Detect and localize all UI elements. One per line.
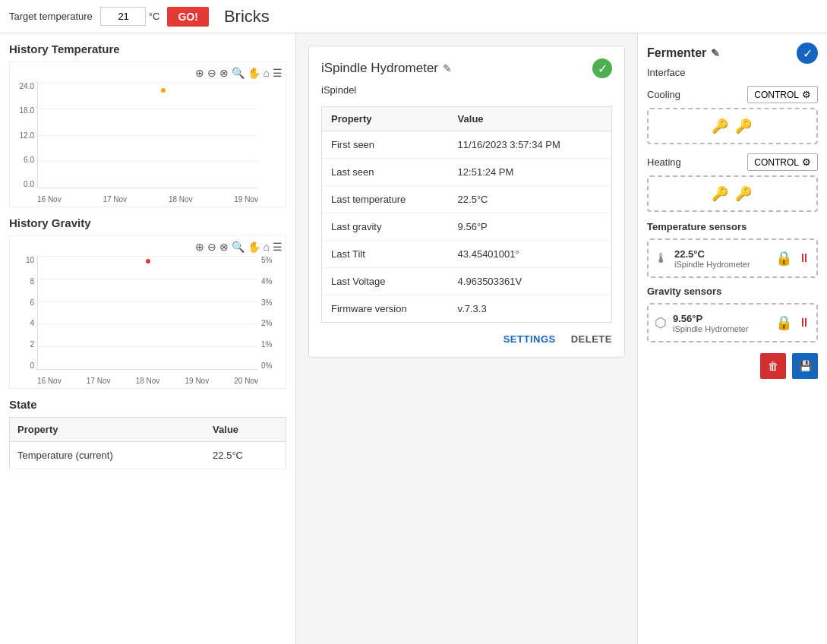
save-icon: 💾 bbox=[799, 360, 812, 372]
table-row: Last gravity 9.56°P bbox=[322, 213, 612, 241]
ispindle-title: iSpindle Hydrometer ✎ bbox=[321, 61, 452, 76]
col-value: Value bbox=[449, 107, 612, 131]
edit-icon[interactable]: ✎ bbox=[443, 62, 452, 74]
search-icon[interactable]: 🔍 bbox=[232, 67, 245, 79]
fermenter-title: Fermenter ✎ bbox=[647, 46, 720, 60]
ispindle-header: iSpindle Hydrometer ✎ ✓ bbox=[321, 58, 612, 78]
delete-button[interactable]: DELETE bbox=[571, 333, 612, 345]
val-first-seen: 11/16/2023 3:57:34 PM bbox=[449, 131, 612, 159]
settings-button[interactable]: SETTINGS bbox=[503, 333, 556, 345]
col-property: Property bbox=[322, 107, 449, 131]
gravity-sensor-value: 9.56°P bbox=[673, 313, 769, 324]
table-row: Last seen 12:51:24 PM bbox=[322, 159, 612, 186]
target-temp-input[interactable] bbox=[100, 7, 146, 26]
fermenter-header: Fermenter ✎ ✓ bbox=[647, 43, 818, 64]
gravity-sensor-delete-icon[interactable]: ⏸ bbox=[798, 316, 810, 330]
temp-sensor-info: 22.5°C iSpindle Hydrometer bbox=[674, 248, 769, 269]
cooling-row: Cooling CONTROL ⚙ bbox=[647, 86, 818, 103]
history-gravity-title: History Gravity bbox=[9, 216, 286, 229]
temp-sensors-title: Temperature sensors bbox=[647, 221, 818, 232]
gravity-sensor-name: iSpindle Hydrometer bbox=[673, 324, 769, 333]
zoom-in-icon2[interactable]: ⊕ bbox=[195, 241, 204, 253]
trash-icon: 🗑 bbox=[768, 360, 778, 372]
sliders-icon2: ⚙ bbox=[802, 156, 811, 168]
go-button[interactable]: GO! bbox=[167, 7, 208, 27]
heating-label: Heating bbox=[647, 156, 681, 168]
save-fermenter-button[interactable]: 💾 bbox=[792, 353, 818, 379]
menu-icon[interactable]: ☰ bbox=[273, 67, 283, 79]
left-panel: History Temperature ⊕ ⊖ ⊗ 🔍 ✋ ⌂ ☰ 24.0 1… bbox=[0, 33, 296, 644]
cooling-dashed-box: 🔑 🔑 bbox=[647, 108, 818, 144]
gravity-chart-area: 10 8 6 4 2 0 5% 4% 3% 2% 1% 0% bbox=[13, 256, 283, 385]
gravity-sensor-box: ⬡ 9.56°P iSpindle Hydrometer 🔒 ⏸ bbox=[647, 303, 818, 343]
history-temp-title: History Temperature bbox=[9, 43, 286, 55]
state-col-value: Value bbox=[205, 418, 286, 442]
temp-sensor-value: 22.5°C bbox=[674, 248, 769, 260]
prop-first-seen: First seen bbox=[322, 131, 449, 159]
thermometer-icon: 🌡 bbox=[655, 251, 668, 267]
home-icon[interactable]: ⌂ bbox=[264, 67, 270, 79]
chart-temp-toolbar: ⊕ ⊖ ⊗ 🔍 ✋ ⌂ ☰ bbox=[13, 67, 283, 79]
val-last-gravity: 9.56°P bbox=[449, 213, 612, 241]
zoom-out-icon[interactable]: ⊖ bbox=[207, 67, 216, 79]
history-temp-chart: ⊕ ⊖ ⊗ 🔍 ✋ ⌂ ☰ 24.0 18.0 12.0 6.0 0.0 bbox=[9, 62, 286, 207]
pan-icon2[interactable]: ✋ bbox=[248, 241, 260, 253]
top-bar: Target temperature °C GO! Bricks bbox=[0, 0, 827, 33]
cooling-label: Cooling bbox=[647, 89, 680, 100]
bottom-actions: 🗑 💾 bbox=[647, 353, 818, 379]
fermenter-title-text: Fermenter bbox=[647, 46, 706, 60]
val-last-seen: 12:51:24 PM bbox=[449, 159, 612, 186]
zoom-in-icon[interactable]: ⊕ bbox=[195, 67, 204, 79]
reset-icon2[interactable]: ⊗ bbox=[219, 241, 229, 253]
cooling-control-button[interactable]: CONTROL ⚙ bbox=[747, 86, 818, 103]
center-panel: iSpindle Hydrometer ✎ ✓ iSpindel Propert… bbox=[296, 33, 637, 644]
heating-control-button[interactable]: CONTROL ⚙ bbox=[747, 153, 818, 171]
gravity-chart-plot bbox=[37, 256, 258, 370]
delete-fermenter-button[interactable]: 🗑 bbox=[760, 353, 786, 379]
heating-dashed-box: 🔑 🔑 bbox=[647, 175, 818, 212]
ispindle-card: iSpindle Hydrometer ✎ ✓ iSpindel Propert… bbox=[308, 46, 625, 358]
val-firmware: v.7.3.3 bbox=[449, 295, 612, 323]
fermenter-edit-icon[interactable]: ✎ bbox=[711, 47, 720, 59]
gravity-sensor-info: 9.56°P iSpindle Hydrometer bbox=[673, 313, 769, 333]
page-title: Bricks bbox=[224, 7, 270, 27]
temp-sensor-delete-icon[interactable]: ⏸ bbox=[798, 251, 810, 265]
state-value: 22.5°C bbox=[205, 442, 286, 469]
status-ok-badge: ✓ bbox=[592, 58, 612, 78]
temp-sensor-box: 🌡 22.5°C iSpindle Hydrometer 🔒 ⏸ bbox=[647, 238, 818, 278]
chart-gravity-toolbar: ⊕ ⊖ ⊗ 🔍 ✋ ⌂ ☰ bbox=[13, 241, 283, 253]
temp-y-axis: 24.0 18.0 12.0 6.0 0.0 bbox=[13, 82, 37, 188]
reset-icon[interactable]: ⊗ bbox=[219, 67, 229, 79]
state-table: Property Value Temperature (current) 22.… bbox=[9, 417, 286, 469]
state-section: State Property Value Temperature (curren… bbox=[9, 398, 286, 469]
prop-last-tilt: Last Tilt bbox=[322, 241, 449, 268]
zoom-out-icon2[interactable]: ⊖ bbox=[207, 241, 216, 253]
menu-icon2[interactable]: ☰ bbox=[273, 241, 283, 253]
table-row: Last temperature 22.5°C bbox=[322, 186, 612, 213]
gravity-x-labels: 16 Nov 17 Nov 18 Nov 19 Nov 20 Nov bbox=[37, 377, 258, 385]
main-layout: History Temperature ⊕ ⊖ ⊗ 🔍 ✋ ⌂ ☰ 24.0 1… bbox=[0, 33, 827, 644]
right-panel: Fermenter ✎ ✓ Interface Cooling CONTROL … bbox=[637, 33, 827, 644]
heating-btn-text: CONTROL bbox=[754, 157, 799, 168]
sliders-icon: ⚙ bbox=[802, 89, 811, 100]
pan-icon[interactable]: ✋ bbox=[248, 67, 260, 79]
state-col-property: Property bbox=[10, 418, 206, 442]
val-last-voltage: 4.963503361V bbox=[449, 268, 612, 295]
prop-last-voltage: Last Voltage bbox=[322, 268, 449, 295]
gravity-y-axis-right: 5% 4% 3% 2% 1% 0% bbox=[258, 256, 283, 370]
interface-label: Interface bbox=[647, 67, 818, 78]
temp-unit: °C bbox=[149, 11, 160, 22]
val-last-temp: 22.5°C bbox=[449, 186, 612, 213]
state-row: Temperature (current) 22.5°C bbox=[10, 442, 286, 469]
search-icon2[interactable]: 🔍 bbox=[232, 241, 245, 253]
prop-firmware: Firmware version bbox=[322, 295, 449, 323]
temp-x-labels: 16 Nov 17 Nov 18 Nov 19 Nov bbox=[37, 195, 258, 204]
history-gravity-chart: ⊕ ⊖ ⊗ 🔍 ✋ ⌂ ☰ 10 8 6 4 2 0 5% bbox=[9, 235, 286, 389]
state-title: State bbox=[9, 398, 286, 411]
temp-input-group: °C bbox=[100, 7, 160, 26]
fermenter-active-badge: ✓ bbox=[797, 43, 818, 64]
heating-key-icon: 🔑 🔑 bbox=[712, 185, 753, 202]
heating-section: Heating CONTROL ⚙ 🔑 🔑 bbox=[647, 153, 818, 212]
ispindle-data-table: Property Value First seen 11/16/2023 3:5… bbox=[321, 106, 612, 323]
home-icon2[interactable]: ⌂ bbox=[264, 241, 270, 253]
